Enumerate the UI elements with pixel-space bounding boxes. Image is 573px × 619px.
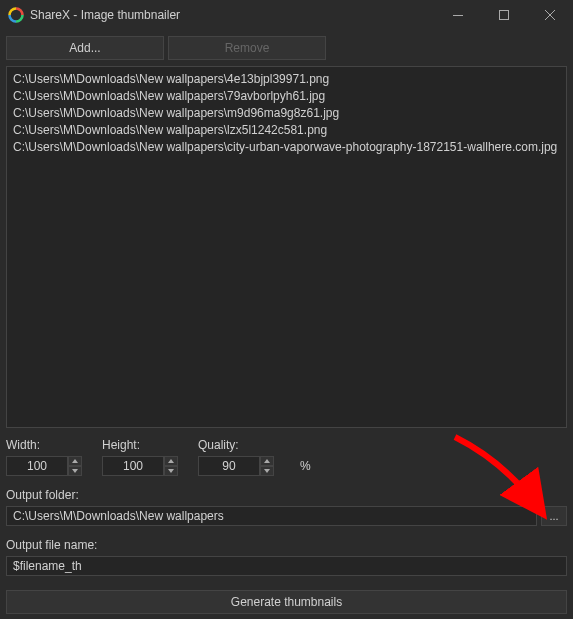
window-title: ShareX - Image thumbnailer xyxy=(30,8,435,22)
quality-label: Quality: xyxy=(198,438,274,452)
minimize-button[interactable] xyxy=(435,0,481,30)
generate-thumbnails-button[interactable]: Generate thumbnails xyxy=(6,590,567,614)
height-down-button[interactable] xyxy=(164,466,178,476)
width-spinner[interactable] xyxy=(6,456,82,476)
output-filename-input[interactable] xyxy=(6,556,567,576)
quality-input[interactable] xyxy=(198,456,260,476)
maximize-button[interactable] xyxy=(481,0,527,30)
window-controls xyxy=(435,0,573,30)
svg-rect-1 xyxy=(453,15,463,16)
output-filename-label: Output file name: xyxy=(6,538,567,552)
close-button[interactable] xyxy=(527,0,573,30)
width-up-button[interactable] xyxy=(68,456,82,466)
list-item[interactable]: C:\Users\M\Downloads\New wallpapers\m9d9… xyxy=(13,105,560,122)
list-item[interactable]: C:\Users\M\Downloads\New wallpapers\79av… xyxy=(13,88,560,105)
browse-folder-button[interactable]: ... xyxy=(541,506,567,526)
output-folder-label: Output folder: xyxy=(6,488,567,502)
quality-up-button[interactable] xyxy=(260,456,274,466)
list-item[interactable]: C:\Users\M\Downloads\New wallpapers\lzx5… xyxy=(13,122,560,139)
height-label: Height: xyxy=(102,438,178,452)
file-list[interactable]: C:\Users\M\Downloads\New wallpapers\4e13… xyxy=(6,66,567,428)
width-down-button[interactable] xyxy=(68,466,82,476)
width-label: Width: xyxy=(6,438,82,452)
height-up-button[interactable] xyxy=(164,456,178,466)
quality-spinner[interactable] xyxy=(198,456,274,476)
width-input[interactable] xyxy=(6,456,68,476)
quality-unit: % xyxy=(300,459,311,473)
titlebar: ShareX - Image thumbnailer xyxy=(0,0,573,30)
remove-button[interactable]: Remove xyxy=(168,36,326,60)
quality-down-button[interactable] xyxy=(260,466,274,476)
output-folder-input[interactable] xyxy=(6,506,537,526)
height-input[interactable] xyxy=(102,456,164,476)
app-icon xyxy=(8,7,24,23)
add-button[interactable]: Add... xyxy=(6,36,164,60)
list-item[interactable]: C:\Users\M\Downloads\New wallpapers\4e13… xyxy=(13,71,560,88)
svg-rect-2 xyxy=(500,11,509,20)
list-item[interactable]: C:\Users\M\Downloads\New wallpapers\city… xyxy=(13,139,560,156)
height-spinner[interactable] xyxy=(102,456,178,476)
